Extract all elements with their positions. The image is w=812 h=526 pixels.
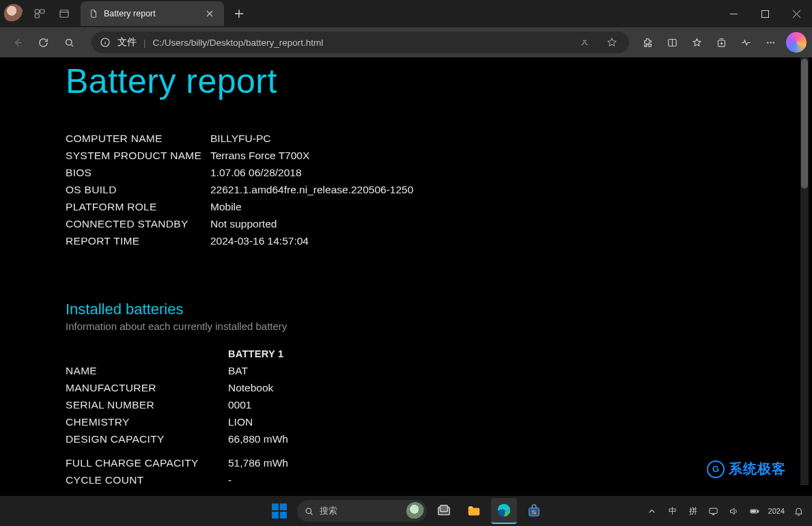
info-label: FULL CHARGE CAPACITY [66, 457, 228, 469]
info-value: Terrans Force T700X [210, 150, 309, 162]
info-value: 1.07.06 06/28/2018 [210, 167, 302, 179]
taskbar-search-placeholder: 搜索 [320, 505, 337, 517]
svg-rect-16 [529, 508, 539, 516]
tray-volume-button[interactable] [727, 501, 741, 521]
arrow-left-icon [12, 37, 23, 49]
info-value: 51,786 mWh [228, 457, 288, 469]
collections-icon [716, 37, 727, 49]
address-separator: | [143, 38, 146, 48]
info-row: FULL CHARGE CAPACITY51,786 mWh [66, 457, 800, 469]
search-icon [304, 506, 314, 516]
collections-button[interactable] [710, 31, 733, 54]
section-subtitle-installed: Information about each currently install… [66, 320, 800, 332]
window-maximize-button[interactable] [749, 0, 781, 27]
monitor-icon [708, 506, 718, 516]
info-row: CHEMISTRYLION [66, 416, 800, 428]
taskbar-search[interactable]: 搜索 [297, 500, 427, 522]
address-bar[interactable]: 文件 | C:/Users/billy/Desktop/battery_repo… [92, 31, 629, 53]
page-viewport: Battery report COMPUTER NAMEBILLYFU-PCSY… [4, 57, 800, 485]
store-icon [527, 503, 542, 518]
info-label: SYSTEM PRODUCT NAME [66, 150, 210, 162]
file-explorer-button[interactable] [461, 498, 487, 524]
info-value: 22621.1.amd64fre.ni_release.220506-1250 [210, 184, 413, 196]
refresh-button[interactable] [31, 31, 55, 54]
search-open-button[interactable] [57, 31, 81, 54]
close-icon [793, 10, 800, 18]
profile-avatar[interactable] [4, 4, 23, 23]
info-label: CHEMISTRY [66, 416, 228, 428]
window-titlebar: Battery report [0, 0, 812, 27]
info-value: 66,880 mWh [228, 433, 288, 445]
star-plus-icon [691, 37, 703, 49]
bell-icon [794, 506, 804, 516]
info-value: BILLYFU-PC [210, 133, 270, 145]
close-icon [206, 10, 213, 17]
ime-language-button[interactable]: 中 [666, 501, 680, 521]
info-row: SYSTEM PRODUCT NAMETerrans Force T700X [66, 150, 800, 162]
copilot-button[interactable] [786, 32, 807, 53]
tray-overflow-button[interactable] [645, 501, 659, 521]
edge-browser-button[interactable] [491, 498, 517, 524]
tab-actions-button[interactable] [52, 1, 76, 26]
svg-point-10 [770, 42, 771, 43]
notifications-button[interactable] [792, 501, 805, 521]
browser-tab-active[interactable]: Battery report [81, 1, 224, 26]
info-label: REPORT TIME [66, 235, 210, 247]
info-row: NAMEBAT [66, 365, 800, 377]
svg-rect-20 [534, 512, 535, 514]
info-value: Notebook [228, 382, 273, 394]
split-screen-icon [667, 37, 678, 49]
system-info-table: COMPUTER NAMEBILLYFU-PCSYSTEM PRODUCT NA… [66, 133, 800, 247]
tray-network-button[interactable] [707, 501, 720, 521]
start-button[interactable] [266, 497, 293, 525]
battery-header: BATTERY 1 [228, 348, 800, 359]
document-icon [89, 9, 98, 18]
tab-close-button[interactable] [202, 6, 217, 21]
refresh-icon [38, 37, 49, 49]
info-label: CONNECTED STANDBY [66, 218, 210, 230]
back-button[interactable] [5, 31, 29, 54]
star-icon [606, 37, 617, 48]
search-highlight-icon [406, 502, 424, 520]
site-info-icon[interactable] [100, 37, 111, 48]
svg-rect-14 [440, 506, 447, 512]
svg-rect-23 [758, 510, 759, 512]
svg-point-5 [66, 39, 72, 44]
info-row: SERIAL NUMBER0001 [66, 399, 800, 411]
battery-info-table: NAMEBATMANUFACTURERNotebookSERIAL NUMBER… [66, 365, 800, 445]
svg-rect-4 [761, 10, 768, 17]
favorite-button[interactable] [602, 32, 622, 53]
scrollbar-thumb[interactable] [801, 59, 808, 189]
info-row: CONNECTED STANDBYNot supported [66, 218, 800, 230]
split-screen-button[interactable] [660, 31, 684, 54]
speaker-icon [729, 506, 739, 516]
info-label: OS BUILD [66, 184, 210, 196]
info-row: REPORT TIME2024-03-16 14:57:04 [66, 235, 800, 247]
maximize-icon [761, 10, 769, 18]
tray-battery-button[interactable] [748, 501, 761, 521]
favorites-button[interactable] [685, 31, 708, 54]
performance-button[interactable] [734, 31, 757, 54]
read-aloud-button[interactable] [574, 32, 595, 53]
window-minimize-button[interactable] [718, 0, 749, 27]
plus-icon [234, 9, 244, 18]
extensions-button[interactable] [636, 31, 659, 54]
task-view-button[interactable] [431, 498, 457, 524]
microsoft-store-button[interactable] [521, 498, 547, 524]
workspaces-button[interactable] [27, 1, 52, 26]
address-url: C:/Users/billy/Desktop/battery_report.ht… [153, 38, 324, 48]
tray-year[interactable]: 2024 [768, 501, 785, 521]
heartbeat-icon [740, 37, 752, 49]
battery-info-table-b: FULL CHARGE CAPACITY51,786 mWhCYCLE COUN… [66, 457, 800, 485]
settings-more-button[interactable] [759, 31, 782, 54]
svg-rect-24 [751, 510, 755, 512]
ime-mode-button[interactable]: 拼 [686, 501, 700, 521]
info-value: 2024-03-16 14:57:04 [210, 235, 309, 247]
window-close-button[interactable] [781, 0, 812, 27]
info-label: BIOS [66, 167, 210, 179]
info-row: BIOS1.07.06 06/28/2018 [66, 167, 800, 179]
new-tab-button[interactable] [228, 3, 250, 25]
page-title: Battery report [66, 61, 800, 101]
info-label: CYCLE COUNT [66, 474, 228, 485]
svg-rect-2 [35, 14, 39, 18]
